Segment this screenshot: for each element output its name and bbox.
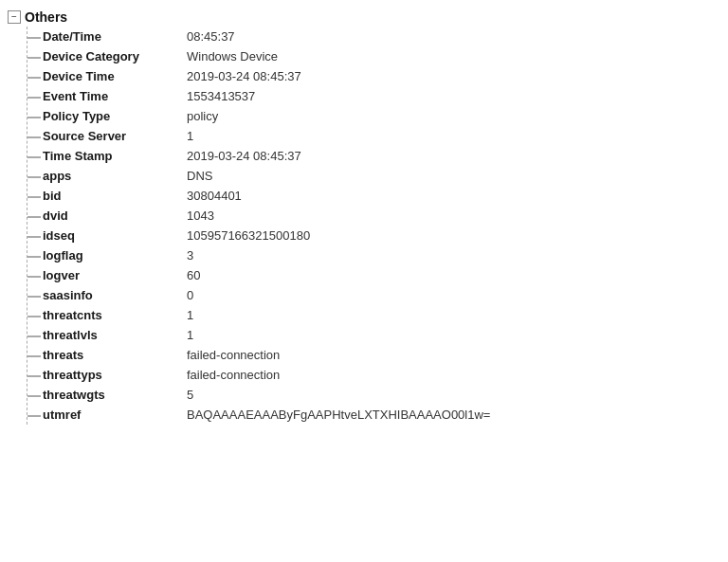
- table-row: Device CategoryWindows Device: [27, 46, 724, 66]
- table-row: threatlvls1: [27, 325, 724, 345]
- row-value: 105957166321500180: [179, 228, 310, 243]
- row-key: idseq: [27, 228, 179, 243]
- row-value: 2019-03-24 08:45:37: [179, 69, 301, 83]
- row-value: 5: [179, 388, 193, 402]
- row-value: 30804401: [179, 189, 242, 203]
- table-row: dvid1043: [27, 206, 724, 226]
- row-key: threatcnts: [27, 308, 179, 322]
- table-row: Source Server1: [27, 126, 724, 146]
- row-value: policy: [179, 109, 218, 123]
- row-value: 0: [179, 288, 193, 302]
- row-value: 3: [179, 248, 193, 263]
- row-value: 08:45:37: [179, 29, 235, 44]
- table-row: appsDNS: [27, 166, 724, 186]
- row-value: 1: [179, 328, 193, 342]
- row-key: logflag: [27, 248, 179, 263]
- tree-root: − Others Date/Time08:45:37Device Categor…: [4, 8, 724, 425]
- row-key: Time Stamp: [27, 149, 179, 163]
- tree-node-header[interactable]: − Others: [8, 8, 724, 27]
- row-key: threattyps: [27, 368, 179, 382]
- row-value: 2019-03-24 08:45:37: [179, 149, 301, 163]
- table-row: threatwgts5: [27, 385, 724, 405]
- row-key: saasinfo: [27, 288, 179, 302]
- row-key: threats: [27, 348, 179, 362]
- collapse-button[interactable]: −: [8, 10, 21, 24]
- table-row: utmrefBAQAAAAEAAAByFgAAPHtveLXTXHIBAAAAO…: [27, 405, 724, 425]
- table-row: logflag3: [27, 245, 724, 265]
- table-row: Policy Typepolicy: [27, 106, 724, 126]
- table-row: Event Time1553413537: [27, 86, 724, 106]
- table-row: logver60: [27, 265, 724, 285]
- row-key: threatwgts: [27, 388, 179, 402]
- row-key: Source Server: [27, 129, 179, 143]
- row-value: DNS: [179, 169, 212, 183]
- row-key: utmref: [27, 408, 179, 422]
- row-key: threatlvls: [27, 328, 179, 342]
- table-row: Date/Time08:45:37: [27, 27, 724, 46]
- table-row: Time Stamp2019-03-24 08:45:37: [27, 146, 724, 166]
- row-value: BAQAAAAEAAAByFgAAPHtveLXTXHIBAAAAO00l1w=: [179, 408, 490, 422]
- row-key: Policy Type: [27, 109, 179, 123]
- table-row: idseq105957166321500180: [27, 226, 724, 245]
- row-value: 1: [179, 308, 193, 322]
- table-row: Device Time2019-03-24 08:45:37: [27, 66, 724, 86]
- row-value: 1553413537: [179, 89, 255, 103]
- row-value: 1043: [179, 208, 214, 223]
- table-row: bid30804401: [27, 186, 724, 206]
- row-value: failed-connection: [179, 348, 280, 362]
- row-value: Windows Device: [179, 49, 278, 63]
- table-row: threattypsfailed-connection: [27, 365, 724, 385]
- table-row: threatsfailed-connection: [27, 345, 724, 365]
- root-node-label: Others: [25, 9, 67, 25]
- row-key: logver: [27, 268, 179, 282]
- row-key: bid: [27, 189, 179, 203]
- row-key: Event Time: [27, 89, 179, 103]
- row-value: failed-connection: [179, 368, 280, 382]
- table-row: saasinfo0: [27, 285, 724, 305]
- row-key: Device Time: [27, 69, 179, 83]
- row-value: 60: [179, 268, 200, 282]
- row-key: apps: [27, 169, 179, 183]
- row-key: Date/Time: [27, 29, 179, 44]
- table-row: threatcnts1: [27, 305, 724, 325]
- row-key: dvid: [27, 208, 179, 223]
- tree-children: Date/Time08:45:37Device CategoryWindows …: [27, 27, 724, 425]
- row-key: Device Category: [27, 49, 179, 63]
- row-value: 1: [179, 129, 193, 143]
